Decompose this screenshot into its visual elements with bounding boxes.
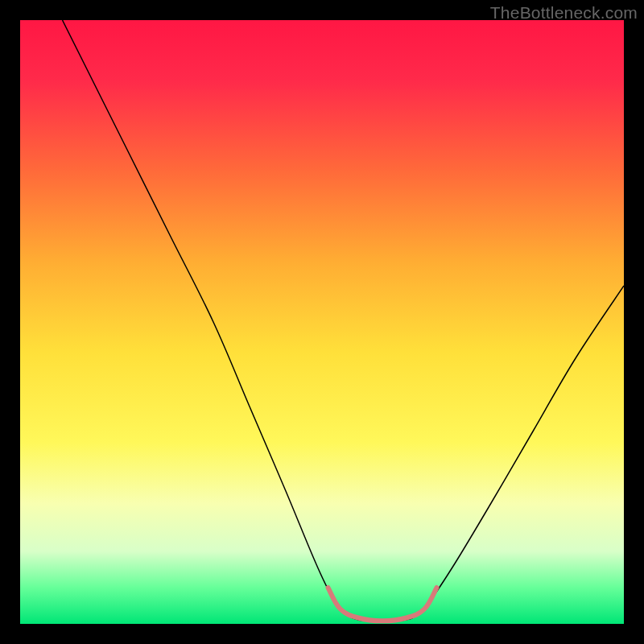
chart-frame: TheBottleneck.com	[0, 0, 644, 644]
watermark-text: TheBottleneck.com	[490, 3, 638, 23]
bottleneck-chart	[20, 20, 624, 624]
gradient-background	[20, 20, 624, 624]
plot-area	[20, 20, 624, 624]
